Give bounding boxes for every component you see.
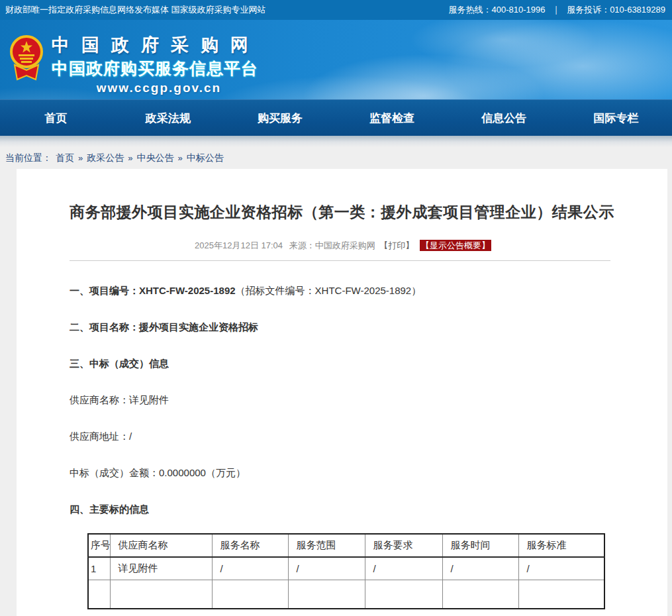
cell-service-time: /: [442, 557, 518, 580]
cell-serial: 1: [88, 557, 110, 580]
article-meta: 2025年12月12日 17:04 来源：中国政府采购网 【打印】 【显示公告概…: [17, 240, 667, 252]
col-service-requirement: 服务要求: [365, 534, 442, 557]
service-complaint: 服务投诉：010-63819289: [567, 4, 665, 16]
topbar-divider: ｜: [552, 4, 560, 16]
print-button[interactable]: 【打印】: [379, 240, 414, 250]
table-row-empty: [88, 580, 604, 609]
site-url[interactable]: www.ccgp.gov.cn: [52, 81, 266, 95]
paragraph-supplier-name: 供应商名称：详见附件: [70, 393, 610, 407]
site-subtitle: 中国政府购买服务信息平台: [52, 58, 266, 79]
paragraph-award-amount: 中标（成交）金额：0.0000000（万元）: [70, 466, 610, 480]
col-service-scope: 服务范围: [288, 534, 365, 557]
breadcrumb-zhengcai[interactable]: 政采公告: [87, 152, 124, 164]
col-service-time: 服务时间: [442, 534, 518, 557]
cell-service-standard: /: [518, 557, 604, 580]
breadcrumb: 当前位置： 首页 » 政采公告 » 中央公告 » 中标公告: [0, 147, 672, 169]
col-serial: 序号: [88, 534, 110, 557]
site-name[interactable]: 中国政府采购网: [52, 33, 266, 57]
show-summary-button[interactable]: 【显示公告概要】: [420, 240, 491, 251]
main-subject-table: 序号 供应商名称 服务名称 服务范围 服务要求 服务时间 服务标准 1 详见附件…: [87, 533, 605, 609]
publish-datetime: 2025年12月12日 17:04: [195, 240, 283, 250]
article-body: 一、项目编号：XHTC-FW-2025-1892（招标文件编号：XHTC-FW-…: [17, 283, 667, 609]
service-hotline: 服务热线：400-810-1996: [448, 4, 545, 16]
page-title: 商务部援外项目实施企业资格招标（第一类：援外成套项目管理企业）结果公示: [17, 169, 667, 223]
breadcrumb-central[interactable]: 中央公告: [136, 152, 173, 164]
paragraph-award-info-heading: 三、中标（成交）信息: [70, 356, 610, 370]
nav-item-home[interactable]: 首页: [0, 100, 112, 136]
site-header: 中国政府采购网 中国政府购买服务信息平台 www.ccgp.gov.cn: [0, 20, 672, 99]
nav-item-regulations[interactable]: 政采法规: [112, 100, 224, 136]
breadcrumb-label: 当前位置：: [5, 152, 52, 164]
nav-item-international[interactable]: 国际专栏: [560, 100, 672, 136]
col-service-standard: 服务标准: [518, 534, 604, 557]
nav-shadow: [0, 136, 672, 147]
nav-item-supervision[interactable]: 监督检查: [336, 100, 448, 136]
cell-service-requirement: /: [365, 557, 442, 580]
paragraph-supplier-address: 供应商地址：/: [70, 429, 610, 443]
breadcrumb-separator: »: [128, 153, 132, 163]
paragraph-main-subject-heading: 四、主要标的信息: [70, 502, 610, 516]
source-label: 来源：中国政府采购网: [289, 240, 375, 250]
table-row: 1 详见附件 / / / / /: [88, 557, 604, 580]
cell-service-scope: /: [288, 557, 365, 580]
table-header-row: 序号 供应商名称 服务名称 服务范围 服务要求 服务时间 服务标准: [88, 534, 604, 557]
nav-item-announcements[interactable]: 信息公告: [448, 100, 560, 136]
breadcrumb-separator: »: [78, 153, 83, 163]
col-supplier-name: 供应商名称: [110, 534, 212, 557]
cell-supplier-name: 详见附件: [110, 557, 212, 580]
breadcrumb-current[interactable]: 中标公告: [187, 152, 224, 164]
cell-service-name: /: [212, 557, 288, 580]
breadcrumb-separator: »: [177, 153, 182, 163]
divider: [70, 260, 610, 261]
nav-item-purchase-services[interactable]: 购买服务: [224, 100, 336, 136]
main-nav: 首页 政采法规 购买服务 监督检查 信息公告 国际专栏: [0, 99, 672, 136]
paragraph-project-name: 二、项目名称：援外项目实施企业资格招标: [70, 320, 610, 334]
col-service-name: 服务名称: [212, 534, 288, 557]
article-panel: 商务部援外项目实施企业资格招标（第一类：援外成套项目管理企业）结果公示 2025…: [17, 169, 667, 616]
paragraph-project-number: 一、项目编号：XHTC-FW-2025-1892（招标文件编号：XHTC-FW-…: [70, 283, 610, 297]
national-emblem-icon[interactable]: [9, 33, 44, 85]
topbar: 财政部唯一指定政府采购信息网络发布媒体 国家级政府采购专业网站 服务热线：400…: [0, 0, 672, 20]
site-tagline: 财政部唯一指定政府采购信息网络发布媒体 国家级政府采购专业网站: [5, 4, 266, 16]
breadcrumb-home[interactable]: 首页: [56, 152, 74, 164]
